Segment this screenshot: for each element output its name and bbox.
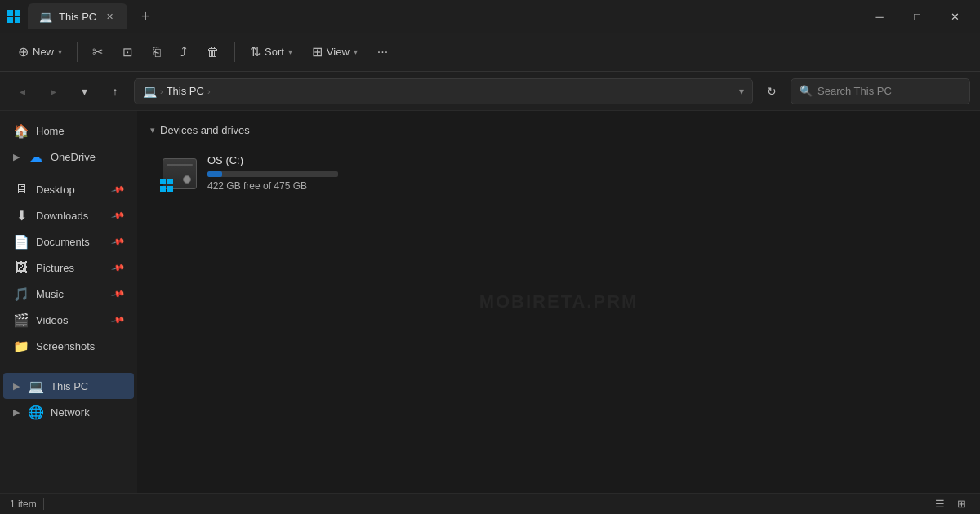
view-label: View [327,46,350,58]
sidebar-item-network[interactable]: ▶ 🌐 Network [3,399,134,425]
title-bar: 💻 This PC ✕ + ─ □ ✕ [0,0,980,33]
breadcrumb-separator-2: › [207,86,211,96]
content-area: MOBIRETA.PRM ▾ Devices and drives [137,111,980,493]
sidebar-documents-label: Documents [36,236,106,248]
status-divider [43,498,44,510]
title-bar-left: 💻 This PC ✕ + [7,3,861,29]
forward-button[interactable]: ▸ [41,79,65,104]
drive-space-c: 422 GB free of 475 GB [207,180,353,192]
this-pc-expand-icon: ▶ [13,381,20,392]
breadcrumb-separator-1: › [160,86,163,96]
new-chevron-icon: ▾ [58,47,62,56]
new-tab-button[interactable]: + [134,5,157,28]
tab-icon: 💻 [39,11,52,23]
toolbar-divider-2 [234,42,235,62]
windows-icon [7,9,21,24]
new-icon: ⊕ [18,44,29,60]
sidebar-videos-label: Videos [36,314,106,326]
new-button[interactable]: ⊕ New ▾ [10,38,70,67]
section-label: Devices and drives [160,124,250,136]
view-chevron-icon: ▾ [354,47,358,56]
sidebar: 🏠 Home ▶ ☁ OneDrive 🖥 Desktop 📌 ⬇ Downlo… [0,111,137,493]
drive-icon-c [160,154,199,193]
minimize-button[interactable]: ─ [861,3,898,29]
back-button[interactable]: ◂ [10,79,34,104]
sidebar-item-documents[interactable]: 📄 Documents 📌 [3,228,134,255]
home-icon: 🏠 [13,123,29,139]
grid-view-button[interactable]: ⊞ [952,495,970,513]
search-placeholder: Search This PC [817,85,892,97]
section-header-devices: ▾ Devices and drives [150,124,967,136]
status-left: 1 item [10,498,44,510]
sidebar-item-videos[interactable]: 🎬 Videos 📌 [3,307,134,333]
breadcrumb: 💻 › This PC › [143,85,211,98]
sidebar-screenshots-label: Screenshots [36,340,124,352]
svg-rect-7 [167,186,173,192]
videos-pin-icon: 📌 [111,312,127,327]
more-button[interactable]: ··· [369,38,396,67]
section-toggle-icon[interactable]: ▾ [150,125,155,135]
sidebar-item-screenshots[interactable]: 📁 Screenshots [3,333,134,359]
copy-button[interactable]: ⊡ [114,38,141,67]
network-icon: 🌐 [28,405,44,420]
cut-button[interactable]: ✂ [84,38,111,67]
address-input[interactable]: 💻 › This PC › ▾ [134,78,753,104]
music-icon: 🎵 [13,286,29,302]
sidebar-item-pictures[interactable]: 🖼 Pictures 📌 [3,255,134,281]
network-expand-icon: ▶ [13,407,20,418]
up-button[interactable]: ↑ [103,79,127,104]
sidebar-item-onedrive[interactable]: ▶ ☁ OneDrive [3,144,134,170]
sidebar-music-label: Music [36,288,106,300]
sort-icon: ⇅ [250,44,261,60]
list-view-button[interactable]: ☰ [931,495,949,513]
file-explorer-tab[interactable]: 💻 This PC ✕ [28,3,127,29]
maximize-button[interactable]: □ [898,3,936,29]
videos-icon: 🎬 [13,312,29,328]
main-layout: 🏠 Home ▶ ☁ OneDrive 🖥 Desktop 📌 ⬇ Downlo… [0,111,980,493]
music-pin-icon: 📌 [111,286,127,301]
view-icon: ⊞ [312,44,323,60]
sidebar-item-desktop[interactable]: 🖥 Desktop 📌 [3,176,134,202]
share-button[interactable]: ⤴ [172,38,195,67]
onedrive-icon: ☁ [28,149,44,165]
address-bar: ◂ ▸ ▾ ↑ 💻 › This PC › ▾ ↻ 🔍 Search This … [0,72,980,111]
drives-grid: OS (C:) 422 GB free of 475 GB [150,146,967,202]
sidebar-item-downloads[interactable]: ⬇ Downloads 📌 [3,202,134,228]
sidebar-desktop-label: Desktop [36,184,106,196]
copy-icon: ⊡ [122,45,133,60]
window-controls: ─ □ ✕ [861,3,973,29]
refresh-button[interactable]: ↻ [760,79,784,104]
sidebar-spacer-2 [0,359,137,366]
this-pc-icon: 💻 [28,379,44,394]
sidebar-this-pc-label: This PC [51,380,124,392]
sidebar-onedrive-label: OneDrive [51,151,124,163]
drive-bar-bg-c [207,171,338,177]
svg-rect-4 [160,179,166,184]
recent-locations-button[interactable]: ▾ [72,79,96,104]
delete-icon: 🗑 [207,45,220,60]
sidebar-item-home[interactable]: 🏠 Home [3,117,134,144]
sort-label: Sort [265,46,284,58]
sort-chevron-icon: ▾ [288,47,292,56]
toolbar: ⊕ New ▾ ✂ ⊡ ⎗ ⤴ 🗑 ⇅ Sort ▾ ⊞ View ▾ ··· [0,33,980,72]
tab-close-button[interactable]: ✕ [103,10,116,23]
drive-item-c[interactable]: OS (C:) 422 GB free of 475 GB [150,146,363,202]
downloads-pin-icon: 📌 [111,208,127,223]
sidebar-item-this-pc[interactable]: ▶ 💻 This PC [3,373,134,399]
sidebar-downloads-label: Downloads [36,210,106,222]
sidebar-spacer-1 [0,170,137,176]
delete-button[interactable]: 🗑 [198,38,228,67]
cut-icon: ✂ [92,44,103,60]
sort-button[interactable]: ⇅ Sort ▾ [242,38,301,67]
windows-logo-overlay [160,179,175,193]
sidebar-spacer-3 [0,366,137,373]
search-box[interactable]: 🔍 Search This PC [791,78,970,104]
close-button[interactable]: ✕ [936,3,973,29]
share-icon: ⤴ [180,45,187,60]
paste-button[interactable]: ⎗ [145,38,169,67]
view-button[interactable]: ⊞ View ▾ [304,38,366,67]
breadcrumb-this-pc: This PC [167,85,204,97]
address-expand-button[interactable]: ▾ [739,86,744,97]
sidebar-item-music[interactable]: 🎵 Music 📌 [3,281,134,307]
desktop-pin-icon: 📌 [111,182,127,197]
